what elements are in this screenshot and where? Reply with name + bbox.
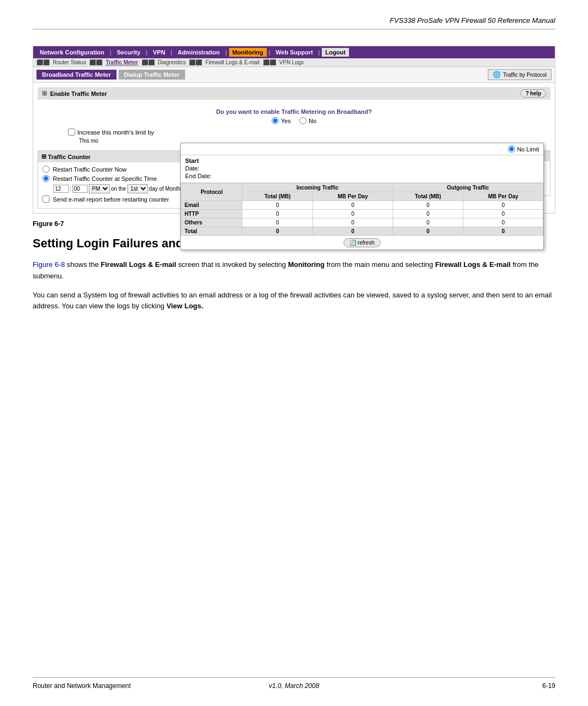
time-min-input[interactable] (72, 185, 88, 193)
in-perday-cell: 0 (313, 201, 393, 210)
month-checkbox-row: Increase this month's limit by (68, 129, 542, 136)
enable-help-btn[interactable]: ? help (520, 89, 546, 98)
figure-container: Network Configuration | Security | VPN |… (33, 46, 555, 214)
nav-administration[interactable]: Administration (174, 48, 223, 57)
traffic-protocol-btn[interactable]: 🌐 Traffic by Protocol (488, 69, 552, 80)
figure-6-8-link[interactable]: Figure 6-8 (33, 260, 65, 269)
tab-broadband[interactable]: Broadband Traffic Meter (36, 70, 117, 80)
out-perday-cell: 0 (463, 201, 543, 210)
no-radio[interactable] (299, 117, 307, 124)
globe-icon: 🌐 (493, 71, 501, 78)
enable-section-header: ⊞ Enable Traffic Meter ? help (38, 87, 550, 100)
yes-radio-label[interactable]: Yes (272, 117, 291, 124)
nav-bar: Network Configuration | Security | VPN |… (33, 46, 555, 58)
nav-vpn[interactable]: VPN (150, 48, 169, 57)
subnav-vpn-logs[interactable]: VPN Logs (279, 59, 304, 65)
start-row: Start (185, 157, 539, 164)
nav-logout[interactable]: Logout (322, 48, 348, 57)
increase-month-checkbox[interactable] (68, 129, 75, 136)
date-row: Date: (185, 165, 539, 172)
nav-sep-3: | (169, 49, 173, 56)
refresh-row: 🔄 refresh (181, 236, 543, 249)
sub-nav: ⬛⬛ Router Status ⬛⬛ Traffic Meter ⬛⬛ Dia… (33, 58, 555, 67)
traffic-table-row: Others 0 0 0 0 (181, 218, 543, 227)
subnav-traffic-meter[interactable]: Traffic Meter (106, 59, 138, 65)
page-footer: Router and Network Management v1.0, Marc… (33, 677, 555, 690)
nav-security[interactable]: Security (113, 48, 143, 57)
out-perday-cell: 0 (463, 218, 543, 227)
radio-row: Yes No (46, 117, 542, 124)
in-total-cell: 0 (242, 210, 313, 218)
out-perday-header: MB Per Day (463, 192, 543, 201)
traffic-table-row: HTTP 0 0 0 0 (181, 210, 543, 218)
protocol-cell: Others (181, 218, 242, 227)
time-hour-input[interactable] (53, 185, 69, 193)
in-perday-cell: 0 (313, 218, 393, 227)
out-perday-cell: 0 (463, 210, 543, 218)
out-total-cell: 0 (393, 210, 463, 218)
form-area: Do you want to enable Traffic Metering o… (38, 104, 550, 148)
end-date-row: End Date: (185, 173, 539, 179)
no-limit-radio[interactable] (508, 145, 515, 153)
in-total-cell: 0 (242, 227, 313, 236)
in-total-cell: 0 (242, 201, 313, 210)
subnav-diagnostics[interactable]: Diagnostics (158, 59, 186, 65)
send-email-checkbox[interactable] (42, 196, 50, 203)
out-total-cell: 0 (393, 227, 463, 236)
subnav-sep-icon: ⬛⬛ (36, 59, 50, 65)
footer-center: v1.0, March 2008 (269, 682, 320, 690)
restart-specific-radio[interactable] (42, 175, 50, 182)
outgoing-header: Outgoing Traffic (393, 184, 543, 192)
protocol-cell: Email (181, 201, 242, 210)
footer-left: Router and Network Management (33, 682, 131, 690)
out-perday-cell: 0 (463, 227, 543, 236)
in-total-cell: 0 (242, 218, 313, 227)
in-total-header: Total (MB) (242, 192, 313, 201)
in-perday-header: MB Per Day (313, 192, 393, 201)
refresh-icon: 🔄 (350, 240, 356, 246)
refresh-btn[interactable]: 🔄 refresh (344, 238, 381, 247)
protocol-cell: Total (181, 227, 242, 236)
yes-radio[interactable] (272, 117, 279, 124)
grid-icon-2: ⊞ (41, 153, 46, 160)
restart-now-radio[interactable] (42, 166, 50, 173)
traffic-table-row: Total 0 0 0 0 (181, 227, 543, 236)
nav-web-support[interactable]: Web Support (272, 48, 316, 57)
tab-bar: Broadband Traffic Meter Dialup Traffic M… (33, 67, 555, 83)
footer-right: 6-19 (542, 682, 555, 690)
popup-overlay: No Limit Start Date: End Date: Protocol (180, 143, 544, 250)
traffic-table-row: Email 0 0 0 0 (181, 201, 543, 210)
no-limit-row: No Limit (508, 145, 539, 153)
no-radio-label[interactable]: No (299, 117, 316, 124)
nav-sep-5: | (268, 49, 272, 56)
tab-dialup[interactable]: Dialup Traffic Meter (119, 70, 185, 80)
nav-sep-4: | (224, 49, 228, 56)
day-select[interactable]: 1st (127, 184, 148, 193)
page-header: FVS338 ProSafe VPN Firewall 50 Reference… (33, 16, 555, 29)
in-perday-cell: 0 (313, 210, 393, 218)
out-total-cell: 0 (393, 218, 463, 227)
nav-sep-1: | (109, 49, 113, 56)
subnav-router-status[interactable]: Router Status (53, 59, 86, 65)
main-content: ⊞ Enable Traffic Meter ? help Do you wan… (33, 83, 555, 213)
body-para-1: Figure 6-8 shows the Firewall Logs & E-m… (33, 259, 555, 282)
subnav-firewall-logs[interactable]: Firewall Logs & E-mail (205, 59, 259, 65)
nav-sep-2: | (145, 49, 149, 56)
ampm-select[interactable]: PM AM (89, 184, 110, 193)
incoming-header: Incoming Traffic (242, 184, 393, 192)
form-question: Do you want to enable Traffic Metering o… (46, 108, 542, 115)
popup-date-section: Start Date: End Date: (181, 155, 543, 183)
traffic-table: Protocol Incoming Traffic Outgoing Traff… (181, 183, 543, 236)
nav-network-config[interactable]: Network Configuration (36, 48, 108, 57)
protocol-cell: HTTP (181, 210, 242, 218)
out-total-cell: 0 (393, 201, 463, 210)
popup-header-row: No Limit (181, 143, 543, 155)
nav-monitoring[interactable]: Monitoring (229, 48, 267, 57)
nav-sep-6: | (317, 49, 321, 56)
body-para-2: You can send a System log of firewall ac… (33, 290, 555, 313)
out-total-header: Total (MB) (393, 192, 463, 201)
in-perday-cell: 0 (313, 227, 393, 236)
protocol-header: Protocol (181, 184, 242, 201)
question-icon: ? (525, 90, 529, 96)
grid-icon: ⊞ (42, 90, 47, 97)
